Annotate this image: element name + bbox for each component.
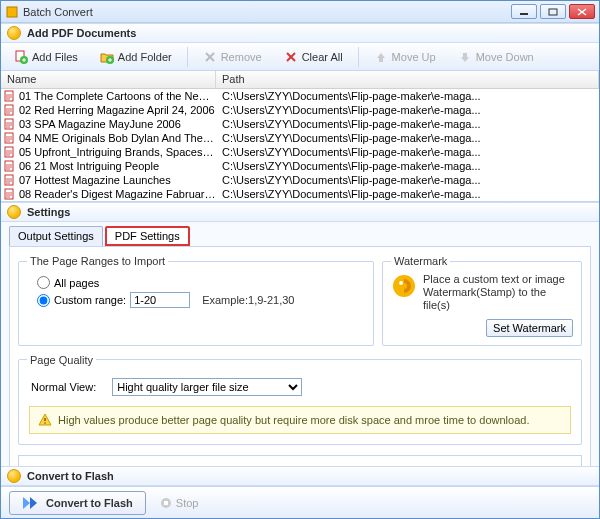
table-row[interactable]: 04 NME Originals Bob Dylan And The Folk … — [1, 131, 599, 145]
remove-icon — [203, 50, 217, 64]
section-icon — [7, 205, 21, 219]
svg-rect-21 — [5, 161, 13, 171]
pdf-settings-panel: The Page Ranges to Import All pages Cust… — [9, 246, 591, 466]
section-icon — [7, 26, 21, 40]
pdf-icon — [4, 104, 16, 116]
custom-range-radio[interactable] — [37, 294, 50, 307]
file-list[interactable]: Name Path 01 The Complete Cartoons of th… — [1, 71, 599, 202]
file-name: 02 Red Herring Magazine April 24, 2006 — [19, 104, 216, 116]
file-name: 06 21 Most Intriguing People — [19, 160, 216, 172]
pdf-icon — [4, 118, 16, 130]
file-path: C:\Users\ZYY\Documents\Flip-page-maker\e… — [216, 146, 599, 158]
page-quality-group: Page Quality Normal View: Hight quality … — [18, 354, 582, 445]
file-path: C:\Users\ZYY\Documents\Flip-page-maker\e… — [216, 188, 599, 200]
pdf-icon — [4, 174, 16, 186]
file-path: C:\Users\ZYY\Documents\Flip-page-maker\e… — [216, 160, 599, 172]
play-icon — [22, 496, 40, 510]
warning-icon — [38, 413, 52, 427]
watermark-text: Place a custom text or image Watermark(S… — [423, 273, 573, 313]
close-button[interactable] — [569, 4, 595, 19]
pdf-icon — [4, 146, 16, 158]
table-row[interactable]: 08 Reader's Digest Magazine Fabruary 200… — [1, 187, 599, 201]
pdf-icon — [4, 188, 16, 200]
section-title: Settings — [27, 206, 70, 218]
move-up-button[interactable]: Move Up — [367, 47, 443, 67]
file-path: C:\Users\ZYY\Documents\Flip-page-maker\e… — [216, 132, 599, 144]
svg-rect-2 — [549, 9, 557, 15]
file-name: 07 Hottest Magazine Launches — [19, 174, 216, 186]
table-row[interactable]: 07 Hottest Magazine LaunchesC:\Users\ZYY… — [1, 173, 599, 187]
pdf-icon — [4, 160, 16, 172]
section-icon — [7, 469, 21, 483]
watermark-icon — [391, 273, 417, 299]
quality-info: High values produce better page quality … — [29, 406, 571, 434]
file-path: C:\Users\ZYY\Documents\Flip-page-maker\e… — [216, 90, 599, 102]
stop-button[interactable]: Stop — [160, 497, 199, 509]
file-name: 03 SPA Magazine MayJune 2006 — [19, 118, 216, 130]
table-row[interactable]: 03 SPA Magazine MayJune 2006C:\Users\ZYY… — [1, 117, 599, 131]
minimize-button[interactable] — [511, 4, 537, 19]
file-name: 05 Upfront_Intriguing Brands, Spaces, Ce… — [19, 146, 216, 158]
import-options: Import bookmark Import links Enable sear… — [18, 455, 582, 466]
svg-rect-22 — [5, 175, 13, 185]
svg-rect-23 — [5, 189, 13, 199]
table-row[interactable]: 02 Red Herring Magazine April 24, 2006C:… — [1, 103, 599, 117]
all-pages-label: All pages — [54, 277, 99, 289]
section-add-documents: Add PDF Documents — [1, 23, 599, 43]
svg-rect-18 — [5, 119, 13, 129]
quality-info-text: High values produce better page quality … — [58, 414, 529, 426]
watermark-legend: Watermark — [391, 255, 450, 267]
tab-output-settings[interactable]: Output Settings — [9, 226, 103, 246]
section-title: Convert to Flash — [27, 470, 114, 482]
watermark-group: Watermark Place a custom text or image W… — [382, 255, 582, 346]
set-watermark-button[interactable]: Set Watermark — [486, 319, 573, 337]
svg-point-24 — [393, 275, 415, 297]
add-file-icon — [14, 50, 28, 64]
maximize-button[interactable] — [540, 4, 566, 19]
move-down-button[interactable]: Move Down — [451, 47, 541, 67]
window-title: Batch Convert — [23, 6, 511, 18]
add-files-button[interactable]: Add Files — [7, 47, 85, 67]
clear-all-button[interactable]: Clear All — [277, 47, 350, 67]
toolbar: Add Files Add Folder Remove Clear All Mo… — [1, 43, 599, 71]
file-path: C:\Users\ZYY\Documents\Flip-page-maker\e… — [216, 104, 599, 116]
add-folder-icon — [100, 50, 114, 64]
tab-pdf-settings[interactable]: PDF Settings — [105, 226, 190, 246]
convert-button[interactable]: Convert to Flash — [9, 491, 146, 515]
file-name: 08 Reader's Digest Magazine Fabruary 200… — [19, 188, 216, 200]
file-path: C:\Users\ZYY\Documents\Flip-page-maker\e… — [216, 174, 599, 186]
file-name: 04 NME Originals Bob Dylan And The Folk … — [19, 132, 216, 144]
page-quality-legend: Page Quality — [27, 354, 96, 366]
remove-button[interactable]: Remove — [196, 47, 269, 67]
page-ranges-legend: The Page Ranges to Import — [27, 255, 168, 267]
svg-rect-20 — [5, 147, 13, 157]
clear-icon — [284, 50, 298, 64]
convert-toolbar: Convert to Flash Stop — [1, 486, 599, 518]
all-pages-radio[interactable] — [37, 276, 50, 289]
table-row[interactable]: 06 21 Most Intriguing PeopleC:\Users\ZYY… — [1, 159, 599, 173]
file-name: 01 The Complete Cartoons of the New York… — [19, 90, 216, 102]
svg-rect-16 — [5, 91, 13, 101]
custom-range-input[interactable] — [130, 292, 190, 308]
page-ranges-group: The Page Ranges to Import All pages Cust… — [18, 255, 374, 346]
quality-select[interactable]: Hight quality larger file size — [112, 378, 302, 396]
col-name[interactable]: Name — [1, 71, 216, 88]
add-folder-button[interactable]: Add Folder — [93, 47, 179, 67]
example-label: Example:1,9-21,30 — [202, 294, 294, 306]
app-icon — [5, 5, 19, 19]
svg-rect-17 — [5, 105, 13, 115]
arrow-down-icon — [458, 50, 472, 64]
svg-rect-19 — [5, 133, 13, 143]
arrow-up-icon — [374, 50, 388, 64]
stop-icon — [160, 497, 172, 509]
svg-point-27 — [44, 422, 46, 424]
file-path: C:\Users\ZYY\Documents\Flip-page-maker\e… — [216, 118, 599, 130]
table-row[interactable]: 05 Upfront_Intriguing Brands, Spaces, Ce… — [1, 145, 599, 159]
col-path[interactable]: Path — [216, 71, 599, 88]
pdf-icon — [4, 90, 16, 102]
section-convert: Convert to Flash — [1, 466, 599, 486]
section-settings: Settings — [1, 202, 599, 222]
normal-view-label: Normal View: — [31, 381, 96, 393]
custom-range-label: Custom range: — [54, 294, 126, 306]
table-row[interactable]: 01 The Complete Cartoons of the New York… — [1, 89, 599, 103]
